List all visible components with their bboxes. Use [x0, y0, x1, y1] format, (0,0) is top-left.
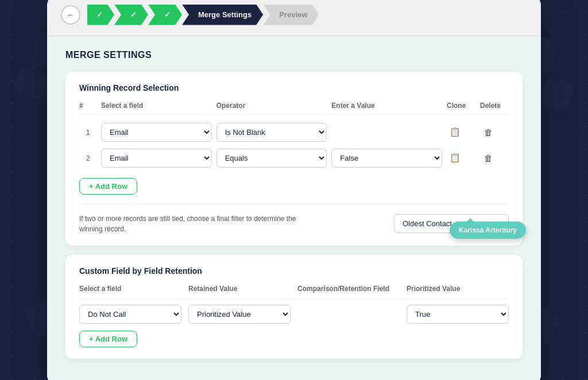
- row-1-delete-button[interactable]: 🗑: [480, 124, 496, 140]
- row-2-clone-button[interactable]: 📋: [447, 150, 463, 166]
- col-header-clone: Clone: [447, 102, 475, 110]
- wizard-step-preview[interactable]: Preview: [263, 5, 319, 25]
- main-card: ← ✓ ✓ ✓ Merge Settings Preview MERGE SET…: [47, 0, 541, 380]
- retention-retained-select[interactable]: Prioritized Value Oldest Newest: [188, 305, 291, 324]
- wizard-steps: ✓ ✓ ✓ Merge Settings Preview: [87, 5, 527, 25]
- retention-col-retained: Retained Value: [188, 285, 291, 293]
- retention-table-row: Do Not Call Email Phone Prioritized Valu…: [79, 305, 509, 324]
- col-header-operator: Operator: [216, 102, 327, 110]
- winning-record-card: Winning Record Selection # Select a fiel…: [65, 72, 523, 246]
- winning-record-title: Winning Record Selection: [79, 83, 509, 92]
- retention-add-row-button[interactable]: + Add Row: [79, 331, 137, 347]
- col-header-value: Enter a Value: [331, 102, 442, 110]
- retention-col-prioritized: Prioritized Value: [407, 285, 509, 293]
- retention-prioritized-select[interactable]: True False: [407, 305, 509, 324]
- page-title: MERGE SETTINGS: [65, 50, 523, 60]
- back-button[interactable]: ←: [61, 5, 80, 25]
- step-2-check: ✓: [130, 10, 137, 19]
- col-header-num: #: [79, 102, 96, 110]
- row-1-field-select[interactable]: Email First Name Last Name Phone: [101, 123, 212, 142]
- winning-record-table-header: # Select a field Operator Enter a Value …: [79, 102, 509, 115]
- row-2-field-select[interactable]: Email First Name Last Name Phone: [101, 149, 212, 168]
- retention-field-select[interactable]: Do Not Call Email Phone: [79, 305, 181, 324]
- row-2-value-select[interactable]: False True: [331, 149, 442, 168]
- tiebreaker-select-wrap: Oldest Contact Newest Contact Most Compl…: [394, 214, 509, 233]
- step-preview-label: Preview: [279, 10, 307, 19]
- row-1-clone-button[interactable]: 📋: [447, 124, 463, 140]
- custom-retention-card: Custom Field by Field Retention Select a…: [65, 255, 523, 359]
- step-merge-settings-label: Merge Settings: [198, 10, 252, 19]
- retention-table-header: Select a field Retained Value Comparison…: [79, 285, 509, 299]
- wizard-step-merge-settings[interactable]: Merge Settings: [182, 5, 263, 25]
- col-header-delete: Delete: [480, 102, 509, 110]
- wizard-step-2[interactable]: ✓: [114, 5, 148, 25]
- retention-col-comparison: Comparison/Retention Field: [297, 285, 400, 293]
- wizard-step-3[interactable]: ✓: [148, 5, 182, 25]
- row-2-operator-select[interactable]: Is Not Blank Is Blank Equals Not Equals: [216, 149, 327, 168]
- retention-col-field: Select a field: [79, 285, 181, 293]
- tooltip-karissa: Karissa Arterbury: [450, 222, 526, 239]
- tiebreaker-row: If two or more records are still tied, c…: [79, 204, 509, 234]
- table-row: 1 Email First Name Last Name Phone Is No…: [79, 119, 509, 145]
- table-row: 2 Email First Name Last Name Phone Is No…: [79, 145, 509, 171]
- winning-add-row-button[interactable]: + Add Row: [79, 178, 137, 195]
- tiebreaker-text: If two or more records are still tied, c…: [79, 214, 297, 234]
- custom-retention-title: Custom Field by Field Retention: [79, 266, 509, 276]
- wizard-header: ← ✓ ✓ ✓ Merge Settings Preview: [47, 0, 541, 36]
- col-header-field: Select a field: [101, 102, 212, 110]
- row-2-num: 2: [79, 154, 96, 162]
- content-area: MERGE SETTINGS Winning Record Selection …: [47, 36, 541, 381]
- row-1-operator-select[interactable]: Is Not Blank Is Blank Equals Not Equals: [216, 123, 327, 142]
- wizard-step-1[interactable]: ✓: [87, 5, 114, 25]
- row-1-num: 1: [79, 128, 96, 137]
- row-2-delete-button[interactable]: 🗑: [480, 150, 496, 166]
- step-3-check: ✓: [164, 10, 171, 19]
- step-1-check: ✓: [96, 10, 103, 19]
